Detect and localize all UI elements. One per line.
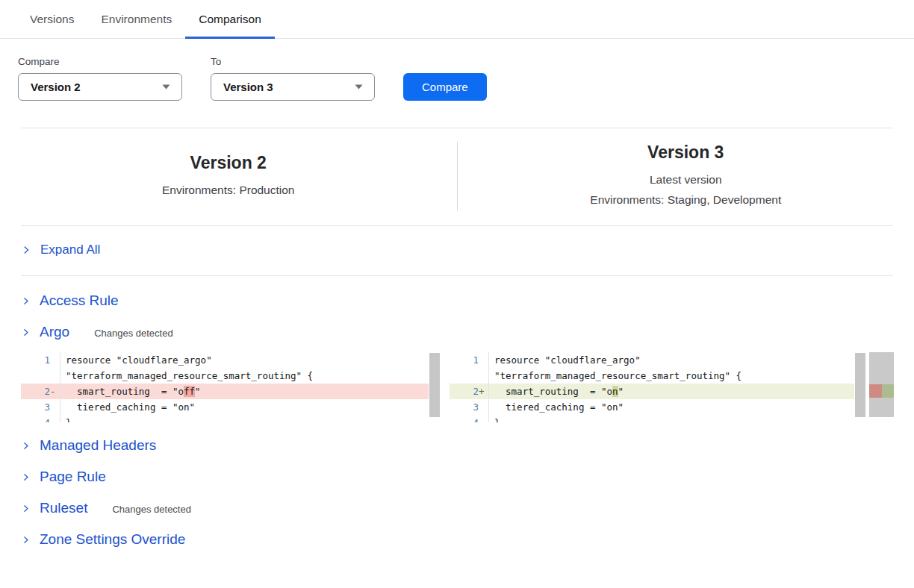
section-label: Access Rule bbox=[40, 293, 119, 309]
diff-line: 2- smart_routing = "off" bbox=[21, 384, 429, 399]
line-number-gutter: 1 bbox=[21, 352, 60, 384]
diff-sign bbox=[479, 399, 485, 415]
section-label: Zone Settings Override bbox=[40, 531, 185, 548]
line-number-gutter: 4 bbox=[21, 415, 60, 422]
minimap-added-mark bbox=[882, 384, 894, 398]
line-number-gutter: 2+ bbox=[450, 384, 489, 399]
sections: Access RuleArgoChanges detected 1resourc… bbox=[0, 276, 914, 555]
argo-diff: 1resource "cloudflare_argo" "terraform_m… bbox=[21, 352, 914, 422]
version-column-left: Version 2 Environments: Production bbox=[0, 153, 457, 200]
chevron-right-icon bbox=[21, 441, 31, 451]
compare-from-field: Compare Version 2 bbox=[18, 56, 182, 101]
expand-all-label: Expand All bbox=[40, 243, 100, 257]
compare-form: Compare Version 2 To Version 3 Compare bbox=[0, 39, 914, 101]
line-number: 1 bbox=[44, 352, 50, 384]
page: VersionsEnvironmentsComparison Compare V… bbox=[0, 0, 914, 555]
chevron-down-icon bbox=[162, 84, 170, 90]
section-label: Argo bbox=[40, 324, 69, 340]
diff-sign bbox=[50, 415, 57, 422]
scrollbar-right[interactable] bbox=[854, 352, 866, 422]
section-argo[interactable]: ArgoChanges detected bbox=[21, 316, 893, 348]
line-number: 2 bbox=[44, 384, 50, 399]
scrollbar-thumb[interactable] bbox=[855, 353, 865, 417]
section-zone-settings-override[interactable]: Zone Settings Override bbox=[21, 524, 893, 555]
section-access-rule[interactable]: Access Rule bbox=[21, 285, 893, 316]
left-version-environments: Environments: Production bbox=[0, 180, 457, 200]
chevron-right-icon bbox=[21, 535, 31, 545]
diff-line: 4} bbox=[450, 415, 854, 422]
section-label: Ruleset bbox=[40, 500, 87, 516]
line-number-gutter: 3 bbox=[450, 399, 489, 415]
code-text: tiered_caching = "on" bbox=[489, 399, 854, 415]
compare-to-select[interactable]: Version 3 bbox=[211, 73, 375, 101]
line-number: 4 bbox=[473, 415, 479, 422]
tab-environments[interactable]: Environments bbox=[87, 0, 185, 38]
diff-sign: + bbox=[479, 384, 485, 399]
diff-pane-left: 1resource "cloudflare_argo" "terraform_m… bbox=[21, 352, 441, 422]
compare-from-value: Version 2 bbox=[31, 81, 81, 93]
chevron-right-icon bbox=[21, 245, 31, 255]
code-text: } bbox=[60, 415, 429, 422]
code-text: smart_routing = "off" bbox=[60, 384, 429, 399]
chevron-right-icon bbox=[21, 472, 31, 482]
diff-code-right: 1resource "cloudflare_argo" "terraform_m… bbox=[450, 352, 854, 422]
diff-line: 1resource "cloudflare_argo" "terraform_m… bbox=[21, 352, 429, 384]
compare-to-field: To Version 3 bbox=[211, 56, 375, 101]
code-text: resource "cloudflare_argo" "terraform_ma… bbox=[489, 352, 854, 384]
diff-line: 3 tiered_caching = "on" bbox=[450, 399, 854, 415]
scrollbar-thumb[interactable] bbox=[429, 353, 440, 417]
code-text: resource "cloudflare_argo" "terraform_ma… bbox=[60, 352, 429, 384]
diff-sign: - bbox=[50, 384, 57, 399]
code-text: smart_routing = "on" bbox=[489, 384, 854, 399]
changes-detected-badge: Changes detected bbox=[94, 326, 173, 339]
right-version-latest: Latest version bbox=[458, 169, 914, 190]
expand-all[interactable]: Expand All bbox=[21, 226, 893, 275]
line-number: 4 bbox=[44, 415, 50, 422]
section-label: Managed Headers bbox=[40, 437, 156, 454]
changes-detected-badge: Changes detected bbox=[112, 502, 191, 515]
compare-button[interactable]: Compare bbox=[403, 73, 487, 101]
tab-versions[interactable]: Versions bbox=[16, 0, 87, 38]
line-number: 3 bbox=[473, 399, 479, 415]
minimap-removed-mark bbox=[869, 384, 882, 398]
to-label: To bbox=[211, 56, 375, 67]
diff-sign bbox=[479, 415, 485, 422]
line-number: 1 bbox=[473, 352, 479, 384]
diff-minimap[interactable] bbox=[869, 352, 894, 417]
chevron-right-icon bbox=[21, 328, 31, 337]
diff-sign bbox=[50, 352, 57, 384]
line-number: 2 bbox=[473, 384, 479, 399]
code-text: } bbox=[489, 415, 854, 422]
chevron-down-icon bbox=[355, 84, 363, 90]
line-number-gutter: 3 bbox=[21, 399, 60, 415]
diff-line: 3 tiered_caching = "on" bbox=[21, 399, 429, 415]
section-label: Page Rule bbox=[40, 469, 106, 485]
version-column-right: Version 3 Latest version Environments: S… bbox=[458, 143, 914, 210]
section-managed-headers[interactable]: Managed Headers bbox=[21, 430, 893, 461]
right-version-environments: Environments: Staging, Development bbox=[458, 190, 914, 210]
compare-to-value: Version 3 bbox=[223, 81, 273, 93]
diff-sign bbox=[50, 399, 57, 415]
chevron-right-icon bbox=[21, 296, 31, 306]
diff-line: 1resource "cloudflare_argo" "terraform_m… bbox=[450, 352, 854, 384]
diff-sign bbox=[479, 352, 485, 384]
compare-label: Compare bbox=[18, 56, 182, 67]
code-text: tiered_caching = "on" bbox=[60, 399, 429, 415]
line-number: 3 bbox=[44, 399, 50, 415]
diff-line: 2+ smart_routing = "on" bbox=[450, 384, 854, 399]
compare-from-select[interactable]: Version 2 bbox=[18, 73, 182, 101]
right-version-title: Version 3 bbox=[458, 143, 914, 163]
diff-line: 4} bbox=[21, 415, 429, 422]
left-version-title: Version 2 bbox=[0, 153, 457, 173]
line-number-gutter: 4 bbox=[450, 415, 489, 422]
line-number-gutter: 1 bbox=[450, 352, 489, 384]
tab-comparison[interactable]: Comparison bbox=[185, 0, 275, 38]
section-ruleset[interactable]: RulesetChanges detected bbox=[21, 492, 893, 524]
version-columns: Version 2 Environments: Production Versi… bbox=[0, 128, 914, 225]
section-page-rule[interactable]: Page Rule bbox=[21, 461, 893, 492]
tab-bar: VersionsEnvironmentsComparison bbox=[0, 0, 914, 39]
line-number-gutter: 2- bbox=[21, 384, 60, 399]
diff-pane-right: 1resource "cloudflare_argo" "terraform_m… bbox=[450, 352, 894, 422]
diff-code-left: 1resource "cloudflare_argo" "terraform_m… bbox=[21, 352, 429, 422]
scrollbar-left[interactable] bbox=[429, 352, 441, 422]
